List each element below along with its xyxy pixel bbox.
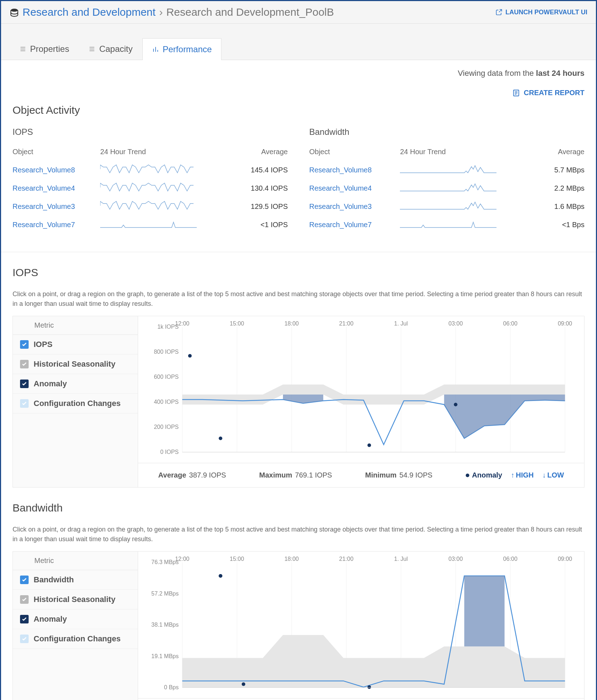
svg-text:600 IOPS: 600 IOPS	[154, 374, 178, 380]
iops-section: IOPS Click on a point, or drag a region …	[13, 266, 584, 488]
tab-performance[interactable]: Performance	[142, 38, 221, 60]
svg-text:19.1 MBps: 19.1 MBps	[151, 653, 178, 659]
list-icon	[88, 45, 96, 53]
object-activity-heading: Object Activity	[13, 104, 584, 116]
checkbox-icon	[20, 360, 29, 368]
checkbox-icon	[20, 595, 29, 604]
svg-point-53	[219, 574, 222, 578]
sparkline	[400, 161, 540, 179]
volume-link[interactable]: Research_Volume4	[13, 184, 75, 192]
svg-point-25	[367, 444, 371, 447]
metric-toggle[interactable]: Configuration Changes	[13, 394, 138, 413]
svg-point-51	[242, 682, 245, 686]
svg-text:0 IOPS: 0 IOPS	[160, 449, 179, 455]
svg-text:12:00: 12:00	[175, 556, 189, 562]
viewing-range: Viewing data from the last 24 hours	[458, 69, 584, 78]
svg-point-26	[454, 403, 457, 406]
sparkline	[100, 161, 236, 179]
metric-toggle[interactable]: Historical Seasonality	[13, 354, 138, 374]
metric-toggle[interactable]: Bandwidth	[13, 570, 138, 590]
iops-chart[interactable]: 1k IOPS800 IOPS600 IOPS400 IOPS200 IOPS0…	[138, 320, 584, 463]
checkbox-icon	[20, 635, 29, 643]
avg-value: 5.7 MBps	[540, 161, 584, 179]
launch-powervault-button[interactable]: LAUNCH POWERVAULT UI	[495, 9, 587, 16]
volume-link[interactable]: Research_Volume3	[309, 202, 372, 210]
svg-text:03:00: 03:00	[449, 320, 463, 327]
bandwidth-chart[interactable]: 76.3 MBps57.2 MBps38.1 MBps19.1 MBps0 Bp…	[138, 555, 584, 698]
avg-value: 1.6 MBps	[540, 197, 584, 216]
volume-link[interactable]: Research_Volume3	[13, 202, 75, 210]
volume-link[interactable]: Research_Volume4	[309, 184, 372, 192]
sparkline	[400, 179, 540, 197]
svg-text:06:00: 06:00	[503, 556, 518, 562]
bandwidth-table: Object 24 Hour Trend Average Research_Vo…	[309, 148, 585, 234]
iops-column: IOPS Object 24 Hour Trend Average Resear…	[13, 127, 288, 234]
svg-text:09:00: 09:00	[558, 556, 572, 562]
avg-value: 2.2 MBps	[540, 179, 584, 197]
bandwidth-stats: Average8.3 MBps Maximum68.3 MBps Minimum…	[138, 698, 584, 700]
volume-link[interactable]: Research_Volume8	[309, 166, 372, 174]
svg-text:800 IOPS: 800 IOPS	[154, 349, 178, 355]
bandwidth-column: Bandwidth Object 24 Hour Trend Average R…	[309, 127, 585, 234]
page-title: Research and Development_PoolB	[166, 6, 334, 18]
tabs: Properties Capacity Performance	[1, 24, 596, 60]
svg-text:15:00: 15:00	[230, 320, 244, 327]
breadcrumb-parent[interactable]: Research and Development	[23, 6, 156, 18]
sparkline	[400, 216, 540, 234]
iops-stats: Average387.9 IOPS Maximum769.1 IOPS Mini…	[138, 463, 584, 487]
metric-toggle[interactable]: Anomaly	[13, 374, 138, 394]
svg-text:57.2 MBps: 57.2 MBps	[151, 591, 178, 597]
volume-link[interactable]: Research_Volume7	[13, 221, 75, 229]
table-row: Research_Volume7<1 Bps	[309, 216, 585, 234]
svg-text:09:00: 09:00	[558, 320, 572, 327]
tab-properties[interactable]: Properties	[10, 38, 79, 60]
svg-text:18:00: 18:00	[284, 320, 299, 327]
create-report-button[interactable]: CREATE REPORT	[512, 89, 584, 97]
sparkline	[100, 179, 236, 197]
breadcrumb-separator: ›	[159, 6, 163, 18]
avg-value: 130.4 IOPS	[236, 179, 288, 197]
svg-text:76.3 MBps: 76.3 MBps	[151, 559, 178, 565]
sparkline	[400, 197, 540, 216]
svg-text:06:00: 06:00	[503, 320, 518, 327]
svg-point-0	[11, 9, 18, 12]
svg-text:21:00: 21:00	[339, 320, 353, 327]
metric-toggle[interactable]: Historical Seasonality	[13, 590, 138, 610]
checkbox-icon	[20, 615, 29, 623]
metric-toggle[interactable]: IOPS	[13, 335, 138, 354]
disk-icon	[10, 8, 19, 17]
svg-point-27	[219, 437, 222, 440]
svg-text:21:00: 21:00	[339, 556, 353, 562]
table-row: Research_Volume42.2 MBps	[309, 179, 585, 197]
volume-link[interactable]: Research_Volume7	[309, 221, 372, 229]
metric-toggle[interactable]: Configuration Changes	[13, 629, 138, 649]
table-row: Research_Volume85.7 MBps	[309, 161, 585, 179]
svg-text:0 Bps: 0 Bps	[164, 684, 179, 690]
svg-point-24	[188, 354, 192, 358]
checkbox-icon	[20, 340, 29, 349]
table-row: Research_Volume8145.4 IOPS	[13, 161, 288, 179]
svg-text:1. Jul: 1. Jul	[394, 556, 408, 562]
svg-text:12:00: 12:00	[175, 320, 189, 327]
list-icon	[19, 45, 26, 53]
table-row: Research_Volume4130.4 IOPS	[13, 179, 288, 197]
sparkline	[100, 216, 236, 234]
table-row: Research_Volume7<1 IOPS	[13, 216, 288, 234]
topbar: Research and Development › Research and …	[1, 1, 596, 24]
svg-text:18:00: 18:00	[284, 556, 299, 562]
svg-text:03:00: 03:00	[449, 556, 463, 562]
sparkline	[100, 197, 236, 216]
svg-text:38.1 MBps: 38.1 MBps	[151, 622, 178, 628]
table-row: Research_Volume3129.5 IOPS	[13, 197, 288, 216]
iops-hint: Click on a point, or drag a region on th…	[13, 289, 584, 309]
iops-metric-panel: Metric IOPSHistorical SeasonalityAnomaly…	[13, 316, 138, 487]
volume-link[interactable]: Research_Volume8	[13, 166, 75, 174]
bar-chart-icon	[152, 46, 159, 53]
tab-capacity[interactable]: Capacity	[79, 38, 142, 60]
avg-value: 129.5 IOPS	[236, 197, 288, 216]
checkbox-icon	[20, 399, 29, 408]
metric-toggle[interactable]: Anomaly	[13, 610, 138, 629]
avg-value: <1 Bps	[540, 216, 584, 234]
bandwidth-metric-panel: Metric BandwidthHistorical SeasonalityAn…	[13, 552, 138, 700]
bandwidth-section: Bandwidth Click on a point, or drag a re…	[13, 502, 584, 700]
